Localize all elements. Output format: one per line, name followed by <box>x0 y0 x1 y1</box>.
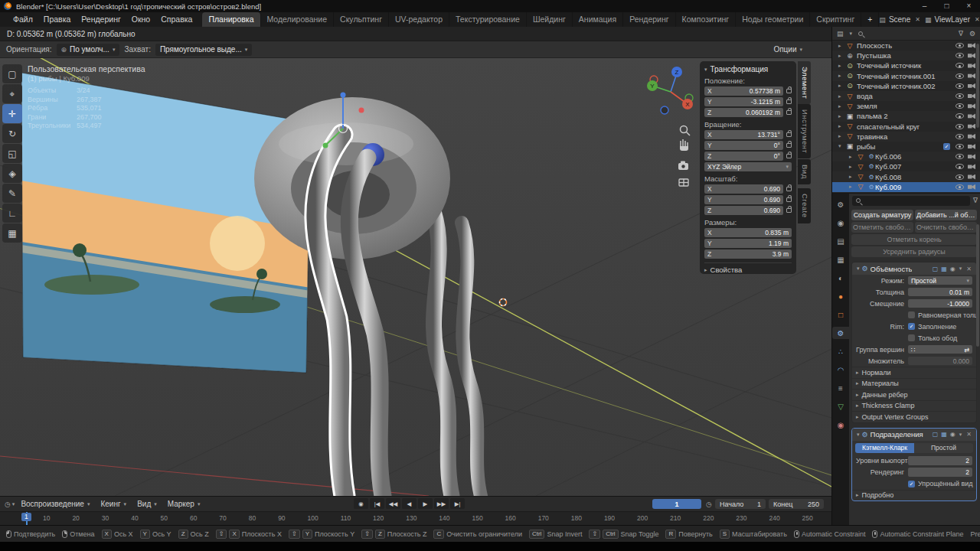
hide-render-icon[interactable] <box>968 53 975 58</box>
properties-tab-render-icon[interactable]: ◉ <box>833 217 848 229</box>
workspace-tab-rendering[interactable]: Рендеринг <box>623 12 675 27</box>
outliner-item-fish-collection[interactable]: ▾▣рыбы✓ <box>832 142 980 152</box>
disclosure-icon[interactable]: ▸ <box>849 164 856 170</box>
properties-tab-data-icon[interactable]: ▽ <box>833 400 848 412</box>
current-frame-field[interactable]: 1 <box>652 499 701 509</box>
simple-button[interactable]: Простой <box>914 443 973 453</box>
marker-menu[interactable]: Маркер▾ <box>163 500 205 508</box>
hide-render-icon[interactable] <box>968 124 975 129</box>
outliner-item-pointlight-001[interactable]: ▸⊙Точечный источник.001 <box>832 71 980 81</box>
scale-z-field[interactable]: Z0.690 <box>704 206 783 215</box>
outliner-item-plane[interactable]: ▸▽Плоскость <box>832 41 980 51</box>
auto-keying-button[interactable]: ◉ <box>354 498 368 509</box>
remove-modifier-icon[interactable]: ✕ <box>965 266 973 272</box>
hide-viewport-icon[interactable] <box>956 154 964 159</box>
sidebar-tab-tool[interactable]: Инструмент <box>798 104 811 158</box>
menu-render[interactable]: Рендеринг <box>76 12 126 27</box>
hide-render-icon[interactable] <box>968 154 975 159</box>
only-rim-checkbox[interactable] <box>908 334 915 341</box>
invert-vgroup-icon[interactable]: ⇄ <box>964 346 969 354</box>
properties-filter-icon[interactable]: ∇ <box>973 197 978 204</box>
playhead-frame-badge[interactable]: 1 <box>21 513 31 521</box>
modifier-editmode-icon[interactable]: ▢ <box>933 431 939 438</box>
collection-checkbox[interactable]: ✓ <box>943 143 950 150</box>
dim-y-field[interactable]: Y1.19 m <box>704 239 792 248</box>
remove-modifier-icon[interactable]: ✕ <box>965 431 973 438</box>
options-dropdown[interactable]: Опции ▾ <box>773 45 825 54</box>
maximize-button[interactable]: □ <box>936 0 958 12</box>
lock-icon[interactable] <box>786 143 792 148</box>
hide-render-icon[interactable] <box>968 43 975 48</box>
rotation-z-field[interactable]: Z0° <box>704 152 783 161</box>
lock-icon[interactable] <box>786 197 792 202</box>
hide-render-icon[interactable] <box>968 164 975 169</box>
subdivision-panel-header[interactable]: ▾ ⚙ Подразделения ▢ ▦ ◉ ▾ ✕ <box>852 429 976 441</box>
lock-icon[interactable] <box>786 208 792 213</box>
properties-scrollbar[interactable] <box>976 224 979 347</box>
disclosure-icon[interactable]: ▸ <box>838 103 845 109</box>
playback-menu[interactable]: Воспроизведение▾ <box>16 500 94 508</box>
hide-viewport-icon[interactable] <box>956 53 964 58</box>
add-workspace-button[interactable]: + <box>861 12 879 27</box>
workspace-tab-layout[interactable]: Планировка <box>202 12 260 27</box>
select-box-tool[interactable]: ▢ <box>2 64 22 83</box>
create-armature-button[interactable]: Создать арматуру <box>851 210 913 220</box>
sidebar-tab-view[interactable]: Вид <box>798 159 811 184</box>
factor-field[interactable]: 0.000 <box>908 357 972 366</box>
lock-icon[interactable] <box>786 89 792 93</box>
hide-viewport-icon[interactable] <box>956 93 964 99</box>
modifier-extras-icon[interactable]: ▾ <box>959 432 962 438</box>
modifier-realtime-icon[interactable]: ▦ <box>941 431 947 438</box>
scene-unlink-icon[interactable]: ✕ <box>913 16 922 23</box>
view-layer-selector[interactable]: ViewLayer <box>934 15 970 24</box>
disclosure-icon[interactable]: ▸ <box>849 154 856 160</box>
scene-selector[interactable]: Scene <box>889 15 910 24</box>
modifier-render-icon[interactable]: ◉ <box>950 266 956 272</box>
even-thickness-checkbox[interactable] <box>908 311 915 318</box>
workspace-tab-scripting[interactable]: Скриптинг <box>810 12 861 27</box>
close-button[interactable]: × <box>958 0 980 12</box>
properties-tab-constraints-icon[interactable]: ≡ <box>833 382 848 394</box>
lock-icon[interactable] <box>786 99 792 104</box>
properties-tab-material-icon[interactable]: ◉ <box>833 419 848 431</box>
offset-field[interactable]: -1.0000 <box>908 299 972 308</box>
annotate-tool[interactable]: ✎ <box>2 184 22 203</box>
sidebar-tab-create[interactable]: Create <box>798 188 811 223</box>
properties-tab-physics-icon[interactable]: ◠ <box>833 364 848 376</box>
view-menu[interactable]: Вид▾ <box>132 500 162 508</box>
outliner-scrollbar[interactable] <box>976 44 979 128</box>
hide-viewport-icon[interactable] <box>956 164 964 169</box>
rotation-mode-dropdown[interactable]: XYZ Эйлер▾ <box>704 162 792 171</box>
modifier-extras-icon[interactable]: ▾ <box>959 266 962 272</box>
hide-viewport-icon[interactable] <box>956 144 964 149</box>
play-button[interactable]: ▶ <box>418 498 433 509</box>
menu-window[interactable]: Окно <box>126 12 155 27</box>
outliner-item-empty[interactable]: ▸⊕Пустышка <box>832 51 980 60</box>
workspace-tab-uv[interactable]: UV-редактор <box>389 12 449 27</box>
transform-panel-title[interactable]: Трансформация <box>710 65 769 73</box>
hide-render-icon[interactable] <box>968 103 975 109</box>
lock-icon[interactable] <box>786 132 792 137</box>
disclosure-icon[interactable]: ▸ <box>838 123 845 129</box>
outliner-settings-icon[interactable]: ⚙ <box>969 30 975 37</box>
section-advanced[interactable]: ▸Подробно <box>852 490 976 501</box>
frame-start-field[interactable]: Начало1 <box>715 499 766 509</box>
viewport-levels-field[interactable]: 2 <box>908 456 972 465</box>
blender-logo-icon[interactable] <box>4 2 11 10</box>
location-x-field[interactable]: X0.57738 m <box>704 86 783 96</box>
lock-icon[interactable] <box>786 154 792 158</box>
solidify-mode-dropdown[interactable]: Простой▾ <box>908 276 972 285</box>
disclosure-icon[interactable]: ▸ <box>849 174 856 180</box>
skin-shell-button[interactable]: Добавить ...й оболочки <box>915 210 977 220</box>
properties-search-input[interactable] <box>852 196 970 206</box>
thickness-field[interactable]: 0.01 m <box>908 288 972 297</box>
properties-tab-viewlayer-icon[interactable]: ▦ <box>833 253 848 266</box>
workspace-tab-texture[interactable]: Текстурирование <box>449 12 527 27</box>
properties-tab-modifiers-icon[interactable]: ⚙ <box>832 327 849 339</box>
rotation-x-field[interactable]: X13.731° <box>704 130 783 139</box>
outliner-item-palm2[interactable]: ▸▣пальма 2 <box>832 111 980 121</box>
disclosure-icon[interactable]: ▸ <box>838 73 845 79</box>
disclosure-icon[interactable]: ▸ <box>838 53 845 59</box>
outliner-item-cube009-selected[interactable]: ▸▽⚙Куб.009 <box>832 182 980 192</box>
modifier-render-icon[interactable]: ◉ <box>950 431 956 438</box>
